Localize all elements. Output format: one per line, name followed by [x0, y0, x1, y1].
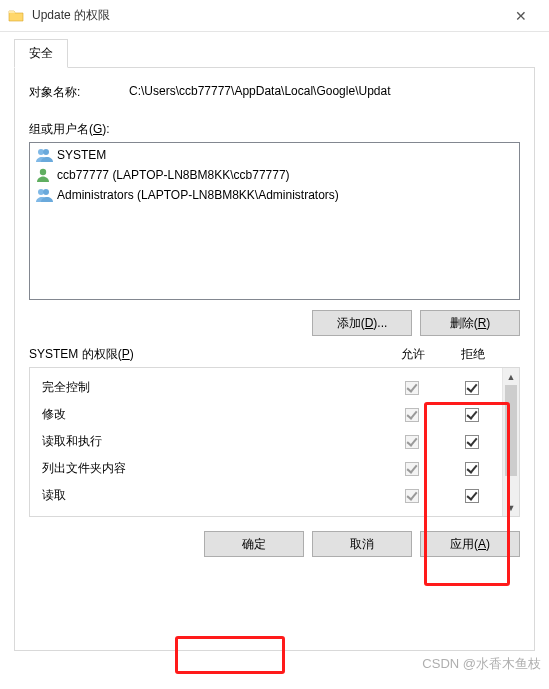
- svg-point-1: [43, 149, 49, 155]
- groups-listbox[interactable]: SYSTEM ccb77777 (LAPTOP-LN8BM8KK\ccb7777…: [29, 142, 520, 300]
- dialog-buttons-row: 确定 取消 应用(A): [29, 531, 520, 557]
- deny-checkbox[interactable]: [465, 489, 479, 503]
- titlebar: Update 的权限 ✕: [0, 0, 549, 32]
- permissions-rows: 完全控制修改读取和执行列出文件夹内容读取: [30, 368, 502, 516]
- apply-button[interactable]: 应用(A): [420, 531, 520, 557]
- add-remove-row: 添加(D)... 删除(R): [29, 310, 520, 336]
- svg-point-4: [43, 189, 49, 195]
- scroll-down-button[interactable]: ▼: [503, 499, 519, 516]
- scroll-track[interactable]: [503, 385, 519, 499]
- permission-row: 修改: [30, 401, 502, 428]
- permissions-for-label: SYSTEM 的权限(P): [29, 346, 383, 363]
- cancel-button[interactable]: 取消: [312, 531, 412, 557]
- permission-row: 读取: [30, 482, 502, 509]
- ok-button[interactable]: 确定: [204, 531, 304, 557]
- deny-checkbox[interactable]: [465, 381, 479, 395]
- remove-button[interactable]: 删除(R): [420, 310, 520, 336]
- deny-column-header: 拒绝: [443, 346, 503, 363]
- allow-checkbox[interactable]: [405, 489, 419, 503]
- scrollbar[interactable]: ▲ ▼: [502, 368, 519, 516]
- group-icon: [35, 147, 53, 163]
- permissions-header: SYSTEM 的权限(P) 允许 拒绝: [29, 346, 520, 363]
- permission-name: 完全控制: [42, 379, 382, 396]
- permission-name: 列出文件夹内容: [42, 460, 382, 477]
- list-item-label: SYSTEM: [57, 148, 106, 162]
- scroll-up-button[interactable]: ▲: [503, 368, 519, 385]
- permission-row: 读取和执行: [30, 428, 502, 455]
- permission-name: 读取: [42, 487, 382, 504]
- svg-point-2: [40, 169, 46, 175]
- permission-name: 读取和执行: [42, 433, 382, 450]
- tab-security[interactable]: 安全: [14, 39, 68, 68]
- user-icon: [35, 167, 53, 183]
- list-item[interactable]: Administrators (LAPTOP-LN8BM8KK\Administ…: [33, 185, 516, 205]
- allow-checkbox[interactable]: [405, 408, 419, 422]
- group-icon: [35, 187, 53, 203]
- add-button[interactable]: 添加(D)...: [312, 310, 412, 336]
- permission-name: 修改: [42, 406, 382, 423]
- close-button[interactable]: ✕: [501, 2, 541, 30]
- window-title: Update 的权限: [32, 7, 501, 24]
- permission-row: 列出文件夹内容: [30, 455, 502, 482]
- object-name-label: 对象名称:: [29, 84, 129, 101]
- folder-icon: [8, 8, 24, 24]
- deny-checkbox[interactable]: [465, 462, 479, 476]
- deny-checkbox[interactable]: [465, 435, 479, 449]
- tab-underline: [14, 67, 535, 68]
- groups-label: 组或用户名(G):: [29, 121, 520, 138]
- list-item-label: ccb77777 (LAPTOP-LN8BM8KK\ccb77777): [57, 168, 290, 182]
- permission-row: 完全控制: [30, 374, 502, 401]
- tabs-row: 安全: [14, 40, 535, 68]
- allow-checkbox[interactable]: [405, 381, 419, 395]
- tab-content: 对象名称: C:\Users\ccb77777\AppData\Local\Go…: [14, 68, 535, 651]
- list-item[interactable]: ccb77777 (LAPTOP-LN8BM8KK\ccb77777): [33, 165, 516, 185]
- list-item-label: Administrators (LAPTOP-LN8BM8KK\Administ…: [57, 188, 339, 202]
- dialog-body: 安全 对象名称: C:\Users\ccb77777\AppData\Local…: [0, 32, 549, 665]
- object-name-row: 对象名称: C:\Users\ccb77777\AppData\Local\Go…: [29, 84, 520, 101]
- object-name-path: C:\Users\ccb77777\AppData\Local\Google\U…: [129, 84, 520, 101]
- permissions-box: 完全控制修改读取和执行列出文件夹内容读取 ▲ ▼: [29, 367, 520, 517]
- scroll-thumb[interactable]: [505, 385, 517, 476]
- list-item[interactable]: SYSTEM: [33, 145, 516, 165]
- allow-checkbox[interactable]: [405, 435, 419, 449]
- allow-checkbox[interactable]: [405, 462, 419, 476]
- deny-checkbox[interactable]: [465, 408, 479, 422]
- allow-column-header: 允许: [383, 346, 443, 363]
